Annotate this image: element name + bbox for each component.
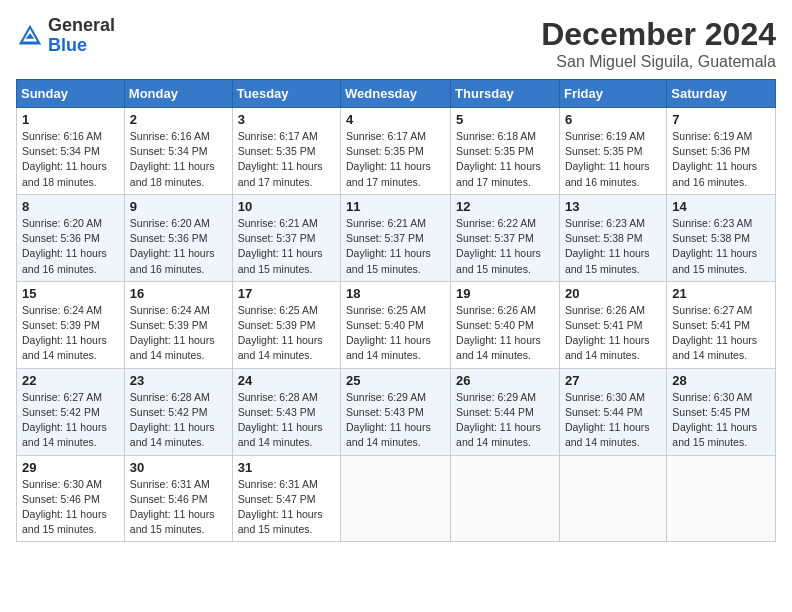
day-number: 10	[238, 199, 335, 214]
day-number: 30	[130, 460, 227, 475]
calendar-cell: 7Sunrise: 6:19 AM Sunset: 5:36 PM Daylig…	[667, 108, 776, 195]
day-info: Sunrise: 6:17 AM Sunset: 5:35 PM Dayligh…	[346, 129, 445, 190]
day-number: 17	[238, 286, 335, 301]
month-title: December 2024	[541, 16, 776, 53]
calendar-cell: 15Sunrise: 6:24 AM Sunset: 5:39 PM Dayli…	[17, 281, 125, 368]
calendar-cell: 1Sunrise: 6:16 AM Sunset: 5:34 PM Daylig…	[17, 108, 125, 195]
day-number: 3	[238, 112, 335, 127]
calendar-cell: 20Sunrise: 6:26 AM Sunset: 5:41 PM Dayli…	[559, 281, 666, 368]
calendar-cell: 17Sunrise: 6:25 AM Sunset: 5:39 PM Dayli…	[232, 281, 340, 368]
day-number: 31	[238, 460, 335, 475]
location-text: San Miguel Siguila, Guatemala	[541, 53, 776, 71]
day-number: 24	[238, 373, 335, 388]
day-info: Sunrise: 6:30 AM Sunset: 5:45 PM Dayligh…	[672, 390, 770, 451]
calendar-cell: 23Sunrise: 6:28 AM Sunset: 5:42 PM Dayli…	[124, 368, 232, 455]
day-info: Sunrise: 6:26 AM Sunset: 5:41 PM Dayligh…	[565, 303, 661, 364]
logo-icon	[16, 22, 44, 50]
day-info: Sunrise: 6:17 AM Sunset: 5:35 PM Dayligh…	[238, 129, 335, 190]
calendar-cell: 3Sunrise: 6:17 AM Sunset: 5:35 PM Daylig…	[232, 108, 340, 195]
calendar-cell: 5Sunrise: 6:18 AM Sunset: 5:35 PM Daylig…	[451, 108, 560, 195]
day-number: 23	[130, 373, 227, 388]
day-info: Sunrise: 6:19 AM Sunset: 5:35 PM Dayligh…	[565, 129, 661, 190]
day-number: 25	[346, 373, 445, 388]
day-number: 28	[672, 373, 770, 388]
day-info: Sunrise: 6:21 AM Sunset: 5:37 PM Dayligh…	[238, 216, 335, 277]
day-number: 22	[22, 373, 119, 388]
day-info: Sunrise: 6:30 AM Sunset: 5:44 PM Dayligh…	[565, 390, 661, 451]
day-info: Sunrise: 6:20 AM Sunset: 5:36 PM Dayligh…	[130, 216, 227, 277]
calendar-cell: 10Sunrise: 6:21 AM Sunset: 5:37 PM Dayli…	[232, 194, 340, 281]
weekday-header-saturday: Saturday	[667, 80, 776, 108]
weekday-header-monday: Monday	[124, 80, 232, 108]
day-number: 27	[565, 373, 661, 388]
calendar-cell	[559, 455, 666, 542]
day-info: Sunrise: 6:18 AM Sunset: 5:35 PM Dayligh…	[456, 129, 554, 190]
page-header: General Blue December 2024 San Miguel Si…	[16, 16, 776, 71]
calendar-week-row: 8Sunrise: 6:20 AM Sunset: 5:36 PM Daylig…	[17, 194, 776, 281]
day-number: 11	[346, 199, 445, 214]
logo-blue-text: Blue	[48, 35, 87, 55]
day-info: Sunrise: 6:16 AM Sunset: 5:34 PM Dayligh…	[130, 129, 227, 190]
calendar-cell: 26Sunrise: 6:29 AM Sunset: 5:44 PM Dayli…	[451, 368, 560, 455]
title-block: December 2024 San Miguel Siguila, Guatem…	[541, 16, 776, 71]
day-info: Sunrise: 6:27 AM Sunset: 5:41 PM Dayligh…	[672, 303, 770, 364]
day-number: 2	[130, 112, 227, 127]
day-number: 14	[672, 199, 770, 214]
day-info: Sunrise: 6:26 AM Sunset: 5:40 PM Dayligh…	[456, 303, 554, 364]
calendar-cell: 16Sunrise: 6:24 AM Sunset: 5:39 PM Dayli…	[124, 281, 232, 368]
day-info: Sunrise: 6:29 AM Sunset: 5:44 PM Dayligh…	[456, 390, 554, 451]
day-number: 9	[130, 199, 227, 214]
day-number: 20	[565, 286, 661, 301]
day-info: Sunrise: 6:30 AM Sunset: 5:46 PM Dayligh…	[22, 477, 119, 538]
day-info: Sunrise: 6:22 AM Sunset: 5:37 PM Dayligh…	[456, 216, 554, 277]
day-info: Sunrise: 6:19 AM Sunset: 5:36 PM Dayligh…	[672, 129, 770, 190]
day-info: Sunrise: 6:25 AM Sunset: 5:39 PM Dayligh…	[238, 303, 335, 364]
day-number: 18	[346, 286, 445, 301]
calendar-cell: 6Sunrise: 6:19 AM Sunset: 5:35 PM Daylig…	[559, 108, 666, 195]
calendar-cell	[667, 455, 776, 542]
day-info: Sunrise: 6:25 AM Sunset: 5:40 PM Dayligh…	[346, 303, 445, 364]
day-info: Sunrise: 6:28 AM Sunset: 5:42 PM Dayligh…	[130, 390, 227, 451]
calendar-cell: 14Sunrise: 6:23 AM Sunset: 5:38 PM Dayli…	[667, 194, 776, 281]
calendar-cell: 28Sunrise: 6:30 AM Sunset: 5:45 PM Dayli…	[667, 368, 776, 455]
day-info: Sunrise: 6:23 AM Sunset: 5:38 PM Dayligh…	[565, 216, 661, 277]
day-number: 6	[565, 112, 661, 127]
calendar-cell: 9Sunrise: 6:20 AM Sunset: 5:36 PM Daylig…	[124, 194, 232, 281]
calendar-cell: 4Sunrise: 6:17 AM Sunset: 5:35 PM Daylig…	[341, 108, 451, 195]
day-number: 5	[456, 112, 554, 127]
calendar-cell	[341, 455, 451, 542]
day-number: 7	[672, 112, 770, 127]
day-info: Sunrise: 6:21 AM Sunset: 5:37 PM Dayligh…	[346, 216, 445, 277]
calendar-cell: 18Sunrise: 6:25 AM Sunset: 5:40 PM Dayli…	[341, 281, 451, 368]
calendar-cell: 13Sunrise: 6:23 AM Sunset: 5:38 PM Dayli…	[559, 194, 666, 281]
calendar-week-row: 29Sunrise: 6:30 AM Sunset: 5:46 PM Dayli…	[17, 455, 776, 542]
day-info: Sunrise: 6:31 AM Sunset: 5:47 PM Dayligh…	[238, 477, 335, 538]
day-info: Sunrise: 6:20 AM Sunset: 5:36 PM Dayligh…	[22, 216, 119, 277]
day-number: 1	[22, 112, 119, 127]
calendar-cell: 30Sunrise: 6:31 AM Sunset: 5:46 PM Dayli…	[124, 455, 232, 542]
day-number: 8	[22, 199, 119, 214]
weekday-header-tuesday: Tuesday	[232, 80, 340, 108]
calendar-cell	[451, 455, 560, 542]
weekday-header-wednesday: Wednesday	[341, 80, 451, 108]
calendar-cell: 29Sunrise: 6:30 AM Sunset: 5:46 PM Dayli…	[17, 455, 125, 542]
day-info: Sunrise: 6:24 AM Sunset: 5:39 PM Dayligh…	[22, 303, 119, 364]
day-info: Sunrise: 6:29 AM Sunset: 5:43 PM Dayligh…	[346, 390, 445, 451]
day-number: 4	[346, 112, 445, 127]
day-number: 15	[22, 286, 119, 301]
day-info: Sunrise: 6:27 AM Sunset: 5:42 PM Dayligh…	[22, 390, 119, 451]
calendar-cell: 21Sunrise: 6:27 AM Sunset: 5:41 PM Dayli…	[667, 281, 776, 368]
calendar-cell: 22Sunrise: 6:27 AM Sunset: 5:42 PM Dayli…	[17, 368, 125, 455]
logo: General Blue	[16, 16, 115, 56]
day-info: Sunrise: 6:31 AM Sunset: 5:46 PM Dayligh…	[130, 477, 227, 538]
calendar-cell: 19Sunrise: 6:26 AM Sunset: 5:40 PM Dayli…	[451, 281, 560, 368]
day-info: Sunrise: 6:24 AM Sunset: 5:39 PM Dayligh…	[130, 303, 227, 364]
calendar-cell: 12Sunrise: 6:22 AM Sunset: 5:37 PM Dayli…	[451, 194, 560, 281]
weekday-header-thursday: Thursday	[451, 80, 560, 108]
day-number: 13	[565, 199, 661, 214]
calendar-week-row: 1Sunrise: 6:16 AM Sunset: 5:34 PM Daylig…	[17, 108, 776, 195]
calendar-table: SundayMondayTuesdayWednesdayThursdayFrid…	[16, 79, 776, 542]
logo-general-text: General	[48, 15, 115, 35]
calendar-week-row: 22Sunrise: 6:27 AM Sunset: 5:42 PM Dayli…	[17, 368, 776, 455]
day-number: 12	[456, 199, 554, 214]
